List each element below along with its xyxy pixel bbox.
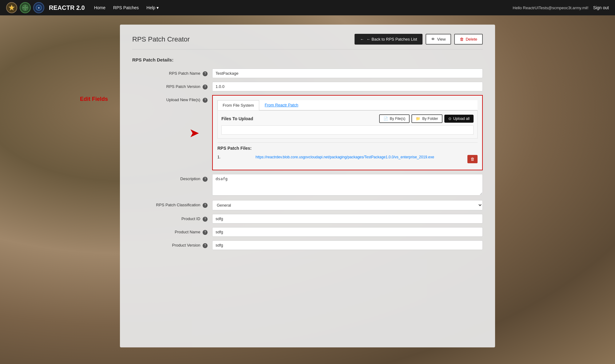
- by-folder-button[interactable]: 📁 By Folder: [411, 114, 442, 123]
- main-content: RPS Patch Creator ← ← Back to RPS Patche…: [114, 25, 501, 347]
- upload-files-help-icon[interactable]: ?: [203, 98, 208, 103]
- form-group-classification: RPS Patch Classification ? General Confi…: [132, 200, 483, 210]
- nav-help[interactable]: Help ▾: [146, 5, 159, 10]
- product-version-label: Product Version ?: [132, 240, 212, 248]
- app-brand: REACTR 2.0: [49, 4, 85, 11]
- files-upload-header: Files To Upload 📄 By File(s) 📁 By Folder: [221, 114, 474, 123]
- back-arrow-icon: ←: [360, 37, 364, 42]
- patch-version-input[interactable]: [212, 82, 483, 91]
- patch-name-input[interactable]: [212, 69, 483, 78]
- patch-files-title: RPS Patch Files:: [217, 146, 478, 151]
- tab-from-reactr-patch[interactable]: From Reactr Patch: [260, 100, 303, 110]
- files-upload-section: Files To Upload 📄 By File(s) 📁 By Folder: [217, 110, 478, 139]
- arrow-annotation: ➤: [189, 127, 200, 139]
- tab-from-file-system[interactable]: From File System: [217, 100, 259, 110]
- page-title: RPS Patch Creator: [132, 35, 190, 43]
- form-group-product-version: Product Version ?: [132, 240, 483, 250]
- form-group-product-name: Product Name ?: [132, 227, 483, 237]
- header-buttons: ← ← Back to RPS Patches List 👁 View 🗑 De…: [355, 34, 483, 45]
- classification-help-icon[interactable]: ?: [203, 203, 208, 208]
- upload-tabs: From File System From Reactr Patch: [217, 100, 478, 110]
- description-textarea[interactable]: dsafg: [212, 174, 483, 196]
- classification-select[interactable]: General Confidential Secret: [212, 200, 483, 210]
- view-button[interactable]: 👁 View: [426, 34, 451, 45]
- product-id-input[interactable]: [212, 214, 483, 224]
- file-icon: 📄: [383, 117, 388, 121]
- tab-list: From File System From Reactr Patch: [217, 100, 478, 110]
- patch-name-label: RPS Patch Name ?: [132, 69, 212, 76]
- patch-file-item: 1. https://reactrdev.blob.core.usgovclou…: [217, 153, 478, 165]
- logo-circle1: [20, 2, 31, 13]
- description-wrap: dsafg: [212, 174, 483, 196]
- arrow-right-icon: ➤: [189, 127, 200, 139]
- product-version-wrap: [212, 240, 483, 250]
- page-panel: RPS Patch Creator ← ← Back to RPS Patche…: [120, 25, 495, 347]
- delete-button[interactable]: 🗑 Delete: [454, 34, 483, 45]
- product-name-label: Product Name ?: [132, 227, 212, 235]
- svg-marker-0: [9, 5, 15, 10]
- page-header: RPS Patch Creator ← ← Back to RPS Patche…: [132, 34, 483, 49]
- product-id-wrap: [212, 214, 483, 224]
- delete-file-button[interactable]: 🗑: [467, 155, 478, 163]
- patch-version-wrap: [212, 82, 483, 91]
- upload-drop-area[interactable]: [221, 125, 474, 135]
- folder-icon: 📁: [416, 117, 420, 121]
- product-version-input[interactable]: [212, 240, 483, 250]
- svg-text:★: ★: [38, 7, 40, 9]
- navbar-right: Hello ReactrUITests@scmpeoc3t.army.mil! …: [513, 5, 609, 10]
- form-group-patch-version: RPS Patch Version ?: [132, 82, 483, 91]
- user-email: Hello ReactrUITests@scmpeoc3t.army.mil!: [513, 6, 588, 10]
- patch-file-index: 1.: [217, 155, 220, 159]
- description-help-icon[interactable]: ?: [203, 177, 208, 182]
- form-group-product-id: Product ID ?: [132, 214, 483, 224]
- product-version-help-icon[interactable]: ?: [203, 243, 208, 248]
- product-name-help-icon[interactable]: ?: [203, 230, 208, 235]
- form-section-title: RPS Patch Details:: [132, 57, 483, 62]
- patch-version-label: RPS Patch Version ?: [132, 82, 212, 89]
- army-logo: [6, 2, 17, 13]
- product-id-label: Product ID ?: [132, 214, 212, 222]
- patch-version-help-icon[interactable]: ?: [203, 85, 208, 89]
- upload-files-label: Edit Fields Upload New File(s) ?: [132, 95, 212, 103]
- by-files-button[interactable]: 📄 By File(s): [379, 114, 410, 123]
- logo-circle2: ★: [33, 2, 44, 13]
- nav-home[interactable]: Home: [94, 5, 105, 10]
- classification-wrap: General Confidential Secret: [212, 200, 483, 210]
- patch-files-section: RPS Patch Files: 1. https://reactrdev.bl…: [217, 142, 478, 165]
- view-icon: 👁: [431, 37, 435, 42]
- navbar-links: Home RPS Patches Help ▾: [94, 5, 513, 10]
- navbar-logos: ★: [6, 2, 44, 13]
- trash-file-icon: 🗑: [470, 157, 474, 161]
- files-upload-buttons: 📄 By File(s) 📁 By Folder ⊙ Upload all: [379, 114, 474, 123]
- files-to-upload-title: Files To Upload: [221, 116, 253, 121]
- patch-file-link[interactable]: https://reactrdev.blob.core.usgovcloudap…: [256, 155, 434, 159]
- form-group-description: Description ? dsafg: [132, 174, 483, 196]
- product-name-input[interactable]: [212, 227, 483, 237]
- product-id-help-icon[interactable]: ?: [203, 217, 208, 222]
- upload-icon: ⊙: [448, 117, 451, 121]
- back-to-patches-button[interactable]: ← ← Back to RPS Patches List: [355, 34, 423, 45]
- upload-all-button[interactable]: ⊙ Upload all: [444, 115, 474, 123]
- trash-icon: 🗑: [460, 37, 464, 42]
- patch-name-help-icon[interactable]: ?: [203, 71, 208, 76]
- form-group-upload-files: Edit Fields Upload New File(s) ? From Fi…: [132, 95, 483, 170]
- description-label: Description ?: [132, 174, 212, 182]
- product-name-wrap: [212, 227, 483, 237]
- patch-name-wrap: [212, 69, 483, 78]
- nav-rps-patches[interactable]: RPS Patches: [113, 5, 139, 10]
- red-border-upload-section: From File System From Reactr Patch Files…: [212, 95, 483, 170]
- classification-label: RPS Patch Classification ?: [132, 200, 212, 208]
- navbar: ★ REACTR 2.0 Home RPS Patches Help ▾ Hel…: [0, 0, 615, 15]
- form-group-patch-name: RPS Patch Name ?: [132, 69, 483, 78]
- sign-out-link[interactable]: Sign out: [593, 5, 609, 10]
